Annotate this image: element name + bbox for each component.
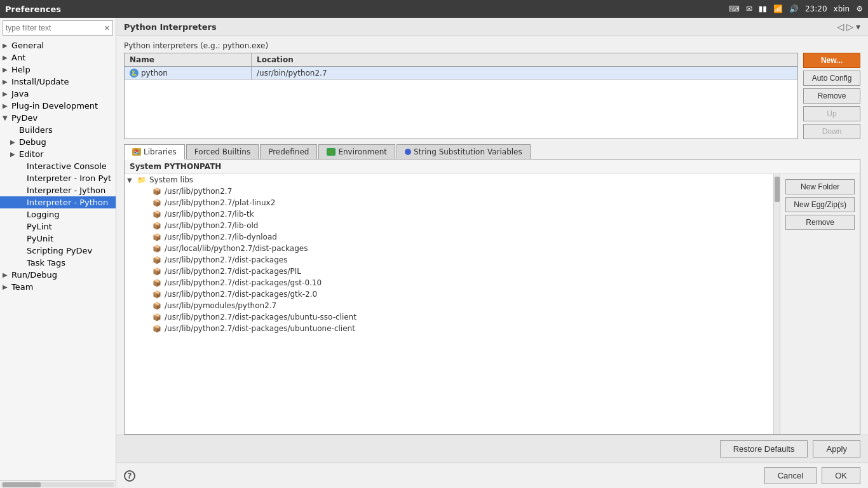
interpreters-table-container: Name Location 🐍 python /usr/bin/python2.… <box>124 53 860 139</box>
sidebar-item-editor[interactable]: ▶ Editor <box>0 148 116 160</box>
sidebar-item-team[interactable]: ▶ Team <box>0 281 116 293</box>
sidebar-item-label: Plug-in Development <box>11 101 113 111</box>
sidebar-item-pylint[interactable]: PyLint <box>0 220 116 233</box>
sidebar-item-interactive-console[interactable]: Interactive Console <box>0 160 116 172</box>
sidebar-item-java[interactable]: ▶ Java <box>0 88 116 100</box>
interpreters-table: Name Location 🐍 python /usr/bin/python2.… <box>124 53 798 139</box>
nav-back-icon[interactable]: ◁ <box>837 22 844 32</box>
arrow-icon <box>18 223 27 230</box>
apply-button[interactable]: Apply <box>813 440 860 458</box>
tab-string-substitution[interactable]: String Substitution Variables <box>397 144 531 159</box>
new-egg-zip-button[interactable]: New Egg/Zip(s) <box>785 197 855 212</box>
filter-clear-button[interactable]: ✕ <box>104 24 110 32</box>
file-node-label: /usr/lib/python2.7/dist-packages/ubuntu-… <box>165 313 356 322</box>
file-node-label: /usr/lib/python2.7/lib-tk <box>165 210 254 219</box>
sidebar-item-task-tags[interactable]: Task Tags <box>0 257 116 269</box>
remove-path-button[interactable]: Remove <box>785 215 855 230</box>
sidebar-item-label: Install/Update <box>11 77 113 86</box>
sidebar-item-logging[interactable]: Logging <box>0 208 116 220</box>
file-node-lib-old[interactable]: 📦 /usr/lib/python2.7/lib-old <box>125 220 773 231</box>
mail-icon: ✉ <box>746 4 752 13</box>
sidebar-tree: ▶ General ▶ Ant ▶ Help ▶ Install/Update … <box>0 38 116 480</box>
nav-forward-icon[interactable]: ▷ <box>846 22 853 32</box>
expand-icon <box>142 188 151 195</box>
auto-config-button[interactable]: Auto Config <box>803 71 860 86</box>
location-column-header: Location <box>252 53 797 66</box>
dropdown-icon[interactable]: ▾ <box>856 22 860 32</box>
expand-icon <box>142 234 151 241</box>
filter-container[interactable]: ✕ <box>3 20 113 36</box>
expand-icon <box>142 280 151 287</box>
file-node-label: System libs <box>149 175 193 184</box>
sidebar-item-scripting-pydev[interactable]: Scripting PyDev <box>0 245 116 257</box>
tab-predefined[interactable]: Predefined <box>260 144 317 159</box>
ok-button[interactable]: OK <box>822 467 860 484</box>
file-node-label: /usr/lib/python2.7/dist-packages/gst-0.1… <box>165 278 322 287</box>
sidebar-item-plugin-development[interactable]: ▶ Plug-in Development <box>0 100 116 112</box>
tab-environment[interactable]: 🌿 Environment <box>318 144 395 159</box>
file-node-ubuntuone[interactable]: 📦 /usr/lib/python2.7/dist-packages/ubunt… <box>125 323 773 334</box>
file-node-dist-packages-gtk[interactable]: 📦 /usr/lib/python2.7/dist-packages/gtk-2… <box>125 288 773 300</box>
interpreter-icon: 🐍 <box>130 69 139 78</box>
sidebar-item-label: Run/Debug <box>11 270 113 280</box>
up-button[interactable]: Up <box>803 106 860 121</box>
sidebar: ✕ ▶ General ▶ Ant ▶ Help ▶ Install/Updat… <box>0 18 116 488</box>
arrow-icon <box>18 259 27 266</box>
help-button[interactable]: ? <box>124 470 135 482</box>
new-interpreter-button[interactable]: New... <box>803 53 860 68</box>
arrow-icon <box>18 175 27 182</box>
new-folder-button[interactable]: New Folder <box>785 179 855 194</box>
file-icon: 📦 <box>151 244 163 253</box>
tab-forced-builtins[interactable]: Forced Builtins <box>186 144 259 159</box>
sidebar-item-builders[interactable]: Builders <box>0 124 116 136</box>
content-header: Python Interpreters ◁ ▷ ▾ <box>116 18 868 36</box>
restore-defaults-button[interactable]: Restore Defaults <box>720 440 808 458</box>
power-icon[interactable]: ⚙ <box>856 4 863 13</box>
file-node-lib-dynload[interactable]: 📦 /usr/lib/python2.7/lib-dynload <box>125 231 773 243</box>
file-node-python27[interactable]: 📦 /usr/lib/python2.7 <box>125 186 773 197</box>
file-node-dist-packages[interactable]: 📦 /usr/lib/python2.7/dist-packages <box>125 254 773 266</box>
sidebar-item-help[interactable]: ▶ Help <box>0 64 116 76</box>
sidebar-item-interpreter-jython[interactable]: Interpreter - Jython <box>0 184 116 196</box>
footer-area: Restore Defaults Apply <box>116 435 868 463</box>
expand-icon <box>142 268 151 275</box>
file-tree: ▼ 📁 System libs 📦 /usr/lib/python2.7 📦 <box>125 174 773 434</box>
wifi-icon: 📶 <box>773 4 783 13</box>
sidebar-item-debug[interactable]: ▶ Debug <box>0 136 116 148</box>
footer-bottom-area: ? Cancel OK <box>116 463 868 488</box>
sidebar-item-general[interactable]: ▶ General <box>0 39 116 51</box>
file-node-system-libs[interactable]: ▼ 📁 System libs <box>125 174 773 186</box>
remove-interpreter-button[interactable]: Remove <box>803 88 860 104</box>
interpreters-section: Python interpreters (e.g.: python.exe) N… <box>116 36 868 142</box>
sidebar-item-pyunit[interactable]: PyUnit <box>0 233 116 245</box>
cancel-button[interactable]: Cancel <box>764 467 817 484</box>
file-node-pymodules[interactable]: 📦 /usr/lib/pymodules/python2.7 <box>125 300 773 311</box>
file-node-ubuntu-sso[interactable]: 📦 /usr/lib/python2.7/dist-packages/ubunt… <box>125 311 773 323</box>
vertical-scrollbar[interactable] <box>773 174 780 434</box>
sidebar-item-install-update[interactable]: ▶ Install/Update <box>0 76 116 88</box>
sidebar-item-pydev[interactable]: ▼ PyDev <box>0 112 116 124</box>
expand-icon <box>142 257 151 264</box>
sidebar-horizontal-scrollbar[interactable] <box>0 480 116 488</box>
sidebar-item-interpreter-iron[interactable]: Interpreter - Iron Pyt <box>0 172 116 184</box>
sidebar-item-interpreter-python[interactable]: Interpreter - Python <box>0 196 116 208</box>
file-node-plat-linux2[interactable]: 📦 /usr/lib/python2.7/plat-linux2 <box>125 197 773 208</box>
file-icon: 📦 <box>151 313 163 322</box>
filter-input[interactable] <box>6 24 104 32</box>
file-node-lib-tk[interactable]: 📦 /usr/lib/python2.7/lib-tk <box>125 208 773 220</box>
sidebar-item-label: Task Tags <box>27 258 113 268</box>
file-node-local-dist-packages[interactable]: 📦 /usr/local/lib/python2.7/dist-packages <box>125 243 773 254</box>
arrow-icon: ▶ <box>10 139 19 146</box>
file-node-dist-packages-pil[interactable]: 📦 /usr/lib/python2.7/dist-packages/PIL <box>125 266 773 277</box>
sidebar-item-ant[interactable]: ▶ Ant <box>0 51 116 64</box>
arrow-icon <box>18 187 27 194</box>
file-node-dist-packages-gst[interactable]: 📦 /usr/lib/python2.7/dist-packages/gst-0… <box>125 277 773 288</box>
sidebar-item-label: PyLint <box>27 222 113 231</box>
tab-content-area: System PYTHONPATH ▼ 📁 System libs 📦 /u <box>124 159 860 435</box>
sidebar-item-run-debug[interactable]: ▶ Run/Debug <box>0 269 116 281</box>
tab-libraries[interactable]: 📚 Libraries <box>124 144 185 159</box>
arrow-icon: ▶ <box>3 90 11 97</box>
libraries-tab-label: Libraries <box>144 147 177 156</box>
down-button[interactable]: Down <box>803 124 860 139</box>
interp-table-row[interactable]: 🐍 python /usr/bin/python2.7 <box>125 67 797 80</box>
